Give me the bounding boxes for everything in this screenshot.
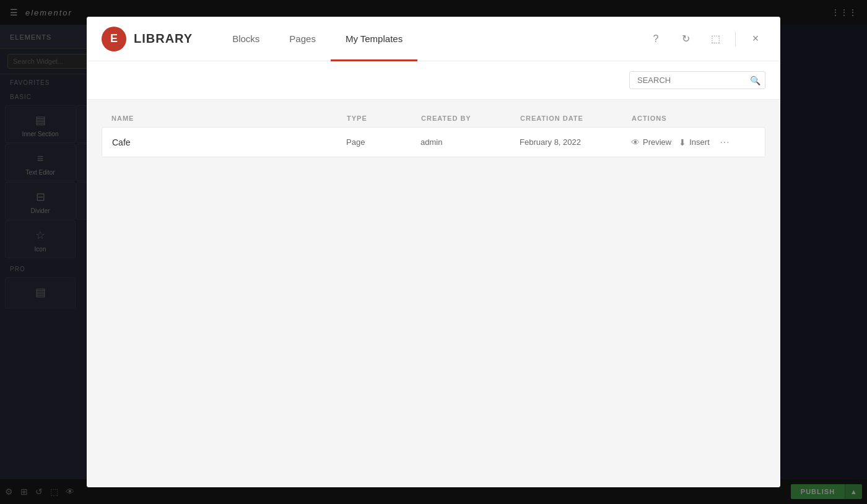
table-header: NAME TYPE CREATED BY CREATION DATE ACTIO…: [102, 110, 765, 127]
modal-tabs: Blocks Pages My Templates: [217, 17, 646, 61]
template-search-input[interactable]: [629, 71, 765, 89]
col-name: NAME: [111, 115, 347, 122]
insert-label: Insert: [689, 137, 710, 147]
tab-pages[interactable]: Pages: [274, 17, 331, 61]
more-icon: ⋯: [720, 137, 730, 147]
modal-logo: E: [102, 27, 126, 51]
col-creation-date: CREATION DATE: [520, 115, 632, 122]
preview-icon: 👁: [631, 137, 640, 147]
more-options-button[interactable]: ⋯: [720, 136, 730, 148]
tab-blocks[interactable]: Blocks: [217, 17, 274, 61]
insert-button[interactable]: ⬇ Insert: [679, 137, 710, 147]
table-row: Cafe Page admin February 8, 2022 👁 Previ…: [102, 127, 765, 157]
col-created-by: CREATED BY: [421, 115, 520, 122]
row-name: Cafe: [112, 137, 346, 147]
modal-content: 🔍 NAME TYPE CREATED BY CREATION DATE ACT…: [87, 61, 780, 487]
row-creation-date: February 8, 2022: [520, 137, 631, 147]
row-type: Page: [346, 137, 420, 147]
save-icon: ⬚: [711, 33, 720, 45]
header-divider: [735, 32, 736, 46]
preview-button[interactable]: 👁 Preview: [631, 137, 671, 147]
col-actions: ACTIONS: [632, 115, 756, 122]
row-actions: 👁 Preview ⬇ Insert ⋯: [631, 136, 755, 148]
tab-my-templates[interactable]: My Templates: [331, 17, 417, 61]
modal-header-actions: ? ↻ ⬚ ×: [646, 29, 765, 49]
modal-overlay: E LIBRARY Blocks Pages My Templates ? ↻: [0, 0, 867, 504]
save-template-button[interactable]: ⬚: [705, 29, 725, 49]
search-input-wrapper: 🔍: [629, 71, 765, 89]
sync-button[interactable]: ↻: [676, 29, 695, 49]
close-modal-button[interactable]: ×: [746, 29, 765, 49]
close-icon: ×: [752, 32, 759, 45]
search-icon: 🔍: [750, 76, 760, 85]
library-modal: E LIBRARY Blocks Pages My Templates ? ↻: [87, 17, 780, 487]
col-type: TYPE: [347, 115, 421, 122]
modal-header: E LIBRARY Blocks Pages My Templates ? ↻: [87, 17, 780, 61]
help-icon: ?: [653, 33, 659, 45]
search-bar: 🔍: [87, 61, 780, 100]
sync-icon: ↻: [682, 33, 690, 45]
preview-label: Preview: [643, 137, 671, 147]
help-button[interactable]: ?: [646, 29, 666, 49]
template-table: NAME TYPE CREATED BY CREATION DATE ACTIO…: [87, 100, 780, 487]
row-created-by: admin: [420, 137, 520, 147]
modal-title: LIBRARY: [134, 32, 193, 46]
insert-icon: ⬇: [679, 137, 686, 147]
